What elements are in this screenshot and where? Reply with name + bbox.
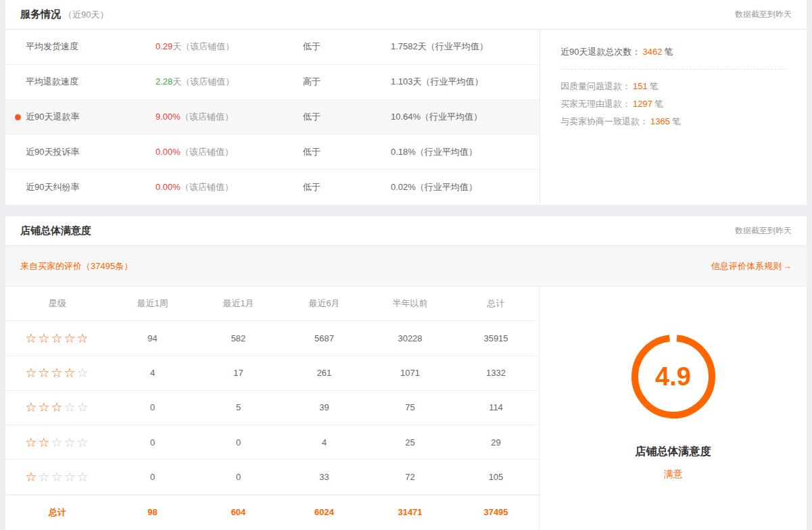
- dashed-divider: [560, 69, 786, 70]
- service-panel-body: 平均发货速度0.29天（该店铺值）低于1.7582天（行业平均值）平均退款速度2…: [5, 30, 807, 204]
- rating-count: 1071: [367, 368, 453, 378]
- total-count: 31471: [367, 507, 453, 517]
- metric-comparison: 低于: [297, 181, 385, 193]
- rating-count: 1332: [453, 368, 539, 378]
- buyer-reviews-bar: 来自买家的评价（37495条） 信息评价体系规则→: [5, 246, 807, 287]
- service-title-range: （近90天）: [64, 9, 108, 20]
- rating-count: 17: [195, 368, 281, 378]
- satisfaction-body: 星级最近1周最近1月最近6月半年以前总计 ☆☆☆☆☆94582568730228…: [5, 287, 807, 529]
- rating-count: 114: [453, 402, 539, 412]
- rating-column-header: 最近1周: [110, 297, 195, 310]
- star-icon: ☆: [51, 400, 64, 414]
- total-count: 98: [110, 507, 195, 517]
- service-metric-row[interactable]: 近90天纠纷率0.00%（该店铺值）低于0.02%（行业平均值）: [5, 170, 540, 204]
- refund-breakdown-item: 与卖家协商一致退款：1365笔: [560, 113, 786, 130]
- star-icon: ☆: [64, 470, 77, 484]
- rating-count: 72: [367, 472, 453, 482]
- star-icon: ☆: [25, 400, 38, 414]
- metric-store-value: 0.00%（该店铺值）: [150, 181, 297, 193]
- rating-count: 33: [281, 472, 367, 482]
- metric-industry-value: 1.7582天（行业平均值）: [385, 41, 540, 53]
- metric-label: 近90天退款率: [5, 111, 150, 123]
- rating-total-row: 总计9860460243147137495: [5, 495, 539, 529]
- star-icon: ☆: [77, 435, 90, 450]
- metric-industry-value: 0.18%（行业平均值）: [385, 146, 540, 158]
- metric-store-value: 2.28天（该店铺值）: [150, 76, 297, 88]
- star-icon: ☆: [77, 331, 90, 345]
- star-icon: ☆: [38, 435, 51, 450]
- rating-column-header: 最近1月: [195, 297, 281, 310]
- service-metric-row[interactable]: 平均退款速度2.28天（该店铺值）高于1.103天（行业平均值）: [5, 65, 540, 100]
- metric-comparison: 低于: [297, 111, 385, 123]
- total-count: 37495: [453, 507, 539, 517]
- rating-count: 5: [195, 402, 281, 412]
- service-metric-row[interactable]: 近90天投诉率0.00%（该店铺值）低于0.18%（行业平均值）: [5, 135, 540, 170]
- selected-row-dot-icon: [15, 114, 21, 120]
- rating-count: 29: [453, 437, 539, 448]
- rating-count: 5687: [281, 333, 367, 343]
- service-metric-row[interactable]: 近90天退款率9.00%（该店铺值）低于10.64%（行业平均值）: [5, 100, 540, 135]
- service-panel-header: 服务情况（近90天） 数据截至到昨天: [5, 0, 807, 30]
- refund-breakdown-item: 买家无理由退款：1297笔: [560, 95, 786, 113]
- metric-label: 近90天纠纷率: [5, 181, 150, 193]
- metric-label: 平均发货速度: [5, 41, 150, 53]
- refund-total: 近90天退款总次数：3462笔: [560, 46, 786, 58]
- rating-count: 261: [281, 368, 367, 378]
- satisfaction-panel: 店铺总体满意度 数据截至到昨天 来自买家的评价（37495条） 信息评价体系规则…: [5, 216, 807, 530]
- star-rating: ☆☆☆☆☆: [5, 400, 110, 415]
- buyer-reviews-count: 来自买家的评价（37495条）: [20, 260, 133, 272]
- rating-count: 30228: [367, 333, 453, 343]
- rating-count: 0: [110, 437, 195, 448]
- service-panel-title: 服务情况（近90天）: [20, 8, 108, 21]
- service-metrics-list: 平均发货速度0.29天（该店铺值）低于1.7582天（行业平均值）平均退款速度2…: [5, 30, 540, 204]
- star-icon: ☆: [77, 366, 90, 380]
- satisfaction-data-note: 数据截至到昨天: [735, 225, 792, 237]
- refund-breakdown-list: 因质量问题退款：151笔买家无理由退款：1297笔与卖家协商一致退款：1365笔: [560, 78, 786, 130]
- star-icon: ☆: [77, 400, 90, 414]
- rating-count: 94: [110, 333, 195, 343]
- metric-store-value: 0.00%（该店铺值）: [150, 146, 297, 158]
- star-icon: ☆: [51, 470, 64, 484]
- star-rating: ☆☆☆☆☆: [5, 435, 110, 450]
- star-icon: ☆: [25, 435, 38, 450]
- star-icon: ☆: [38, 366, 51, 380]
- refund-summary-panel: 近90天退款总次数：3462笔 因质量问题退款：151笔买家无理由退款：1297…: [540, 30, 807, 204]
- satisfaction-panel-header: 店铺总体满意度 数据截至到昨天: [5, 216, 807, 246]
- metric-comparison: 低于: [297, 146, 385, 158]
- arrow-right-icon: →: [783, 261, 792, 271]
- rating-table-header-row: 星级最近1周最近1月最近6月半年以前总计: [5, 287, 539, 321]
- score-status[interactable]: 满意: [664, 468, 683, 481]
- refund-total-unit: 笔: [664, 47, 673, 57]
- refund-total-value: 3462: [642, 47, 662, 57]
- metric-industry-value: 0.02%（行业平均值）: [385, 181, 540, 193]
- rating-column-header: 星级: [5, 297, 110, 310]
- rating-count: 0: [110, 402, 195, 412]
- service-title-text: 服务情况: [20, 8, 61, 20]
- total-count: 604: [195, 507, 281, 517]
- metric-store-value: 0.29天（该店铺值）: [150, 41, 297, 53]
- rating-count: 75: [367, 402, 453, 412]
- rating-count: 0: [110, 472, 195, 482]
- overall-score-panel: 4.9 店铺总体满意度 满意: [540, 287, 807, 529]
- star-icon: ☆: [51, 435, 64, 450]
- metric-industry-value: 10.64%（行业平均值）: [385, 111, 540, 123]
- score-value: 4.9: [629, 333, 717, 420]
- star-icon: ☆: [25, 331, 38, 345]
- star-rating: ☆☆☆☆☆: [5, 365, 110, 381]
- metric-comparison: 低于: [297, 41, 385, 53]
- service-panel: 服务情况（近90天） 数据截至到昨天 平均发货速度0.29天（该店铺值）低于1.…: [5, 0, 807, 205]
- service-metric-row[interactable]: 平均发货速度0.29天（该店铺值）低于1.7582天（行业平均值）: [5, 30, 540, 65]
- metric-label: 平均退款速度: [5, 76, 150, 88]
- rating-rules-link[interactable]: 信息评价体系规则→: [711, 260, 792, 272]
- rating-count: 0: [195, 472, 281, 482]
- rating-row: ☆☆☆☆☆0042529: [5, 425, 539, 460]
- total-count: 6024: [281, 507, 367, 517]
- star-icon: ☆: [51, 366, 64, 380]
- star-icon: ☆: [77, 470, 90, 484]
- rating-count: 4: [281, 437, 367, 448]
- star-icon: ☆: [51, 331, 64, 345]
- star-rating: ☆☆☆☆☆: [5, 331, 110, 346]
- star-icon: ☆: [64, 366, 77, 380]
- refund-breakdown-item: 因质量问题退款：151笔: [560, 78, 786, 95]
- star-icon: ☆: [38, 470, 51, 484]
